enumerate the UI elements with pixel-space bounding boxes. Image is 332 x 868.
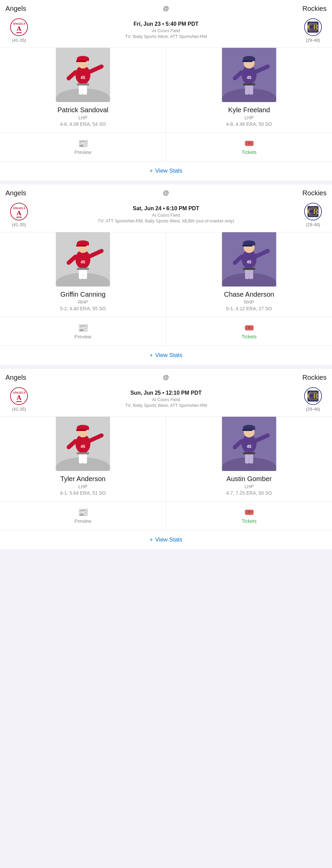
away-pitcher-stats-3: 4-1, 5.64 ERA, 51 SO bbox=[60, 490, 106, 496]
home-pitcher-pos-3: LHP bbox=[245, 484, 254, 489]
svg-text:A: A bbox=[17, 209, 22, 217]
away-pitcher-photo-1: 45 bbox=[0, 48, 166, 102]
home-team-name-3: Rockies bbox=[173, 374, 327, 381]
game-details-3: Sun, Jun 25 • 12:10 PM PDT At Coors Fiel… bbox=[33, 390, 299, 409]
away-team-name-2: Angels bbox=[5, 189, 159, 197]
svg-text:A: A bbox=[17, 394, 22, 401]
svg-rect-63 bbox=[249, 269, 253, 279]
view-stats-label-3: View Stats bbox=[155, 536, 182, 543]
game-time-3: Sun, Jun 25 • 12:10 PM PDT bbox=[35, 390, 297, 396]
away-pitcher-photo-2: 45 bbox=[0, 232, 166, 287]
away-pitcher-pos-2: RHP bbox=[78, 299, 88, 305]
angels-logo-3: ANGELS A bbox=[10, 387, 28, 405]
preview-label-2: Preview bbox=[75, 334, 92, 339]
view-stats-label-2: View Stats bbox=[155, 352, 182, 358]
tickets-icon-1: 🎟️ bbox=[244, 139, 254, 148]
tickets-button-1[interactable]: 🎟️ Tickets bbox=[166, 133, 332, 161]
game-card-3: Angels @ Rockies ANGELS A (41-35) Sun, J… bbox=[0, 369, 332, 549]
away-team-side-1: ANGELS A (41-35) bbox=[5, 18, 33, 43]
view-stats-button-1[interactable]: + View Stats bbox=[150, 167, 182, 174]
home-pitcher-photo-2: 45 bbox=[166, 232, 332, 287]
game-time-2: Sat, Jun 24 • 6:10 PM PDT bbox=[35, 205, 297, 212]
svg-rect-50 bbox=[83, 269, 87, 279]
away-team-name-3: Angels bbox=[5, 374, 159, 381]
home-pitcher-photo-1: 45 bbox=[166, 48, 332, 102]
preview-button-3[interactable]: 📰 Preview bbox=[0, 501, 166, 530]
home-team-side-3: CR (29-48) bbox=[299, 387, 327, 412]
svg-rect-18 bbox=[77, 83, 89, 85]
svg-rect-83 bbox=[83, 453, 87, 463]
action-row-2: 📰 Preview 🎟️ Tickets bbox=[0, 317, 332, 346]
svg-rect-51 bbox=[77, 268, 89, 270]
svg-text:CR: CR bbox=[307, 207, 319, 216]
tickets-icon-3: 🎟️ bbox=[244, 508, 254, 517]
team-info-row-1: ANGELS A (41-35) Fri, Jun 23 • 5:40 PM P… bbox=[0, 16, 332, 47]
game-details-2: Sat, Jun 24 • 6:10 PM PDT At Coors Field… bbox=[33, 205, 299, 224]
tickets-label-1: Tickets bbox=[242, 150, 257, 155]
away-pitcher-card-3: 45 Tyler Anderson LHP 4-1, 5.64 ERA, 51 … bbox=[0, 417, 166, 501]
svg-rect-84 bbox=[77, 452, 89, 454]
svg-rect-16 bbox=[79, 84, 83, 95]
tickets-button-2[interactable]: 🎟️ Tickets bbox=[166, 317, 332, 346]
away-pitcher-stats-1: 4-6, 4.08 ERA, 54 SO bbox=[60, 121, 106, 127]
home-pitcher-photo-3: 45 bbox=[166, 417, 332, 471]
home-pitcher-name-2: Chase Anderson bbox=[224, 291, 274, 298]
game-header-2: Angels @ Rockies bbox=[0, 184, 332, 200]
home-pitcher-card-1: 45 Kyle Freeland LHP 4-8, 4.48 ERA, 50 S… bbox=[166, 48, 332, 132]
away-team-record-1: (41-35) bbox=[12, 38, 26, 43]
svg-rect-26 bbox=[242, 60, 253, 62]
svg-rect-29 bbox=[245, 84, 249, 95]
svg-rect-31 bbox=[243, 83, 255, 85]
away-pitcher-card-1: 45 Patrick Sandoval LHP 4-6, 4.08 ERA, 5… bbox=[0, 48, 166, 132]
game-tv-3: TV: Bally Sports West, ATT SportsNet-RM bbox=[35, 403, 297, 409]
game-card-1: Angels @ Rockies ANGELS A (41-35) Fri, J… bbox=[0, 0, 332, 180]
away-team-name-1: Angels bbox=[5, 5, 159, 13]
away-team-side-2: ANGELS A (41-35) bbox=[5, 202, 33, 227]
away-team-record-3: (41-35) bbox=[12, 407, 26, 412]
svg-rect-79 bbox=[76, 429, 86, 431]
game-header-1: Angels @ Rockies bbox=[0, 0, 332, 16]
svg-text:45: 45 bbox=[81, 75, 85, 80]
away-pitcher-card-2: 45 Griffin Canning RHP 5-2, 4.40 ERA, 55… bbox=[0, 232, 166, 317]
tickets-button-3[interactable]: 🎟️ Tickets bbox=[166, 501, 332, 530]
svg-text:45: 45 bbox=[81, 444, 85, 449]
game-tv-1: TV: Bally Sports West, ATT SportsNet-RM bbox=[35, 34, 297, 40]
preview-label-1: Preview bbox=[75, 150, 92, 155]
svg-text:A: A bbox=[17, 25, 22, 32]
home-pitcher-name-3: Austin Gomber bbox=[227, 475, 272, 483]
away-pitcher-photo-3: 45 bbox=[0, 417, 166, 471]
plus-icon-1: + bbox=[150, 167, 153, 174]
preview-icon-1: 📰 bbox=[78, 139, 88, 148]
angels-logo-1: ANGELS A bbox=[10, 18, 28, 36]
view-stats-button-2[interactable]: + View Stats bbox=[150, 352, 182, 359]
preview-button-2[interactable]: 📰 Preview bbox=[0, 317, 166, 346]
at-symbol-3: @ bbox=[159, 374, 173, 381]
rockies-logo-1: CR bbox=[304, 18, 322, 36]
game-card-2: Angels @ Rockies ANGELS A (41-35) Sat, J… bbox=[0, 184, 332, 365]
home-team-name-1: Rockies bbox=[173, 5, 327, 13]
tickets-label-3: Tickets bbox=[242, 518, 257, 524]
svg-rect-92 bbox=[242, 429, 253, 431]
view-stats-label-1: View Stats bbox=[155, 167, 182, 174]
game-details-1: Fri, Jun 23 • 5:40 PM PDT At Coors Field… bbox=[33, 21, 299, 40]
view-stats-row-2: + View Stats bbox=[0, 346, 332, 365]
svg-rect-95 bbox=[245, 453, 249, 463]
preview-button-1[interactable]: 📰 Preview bbox=[0, 133, 166, 161]
game-venue-2: At Coors Field bbox=[35, 213, 297, 218]
svg-rect-64 bbox=[243, 268, 255, 270]
game-time-1: Fri, Jun 23 • 5:40 PM PDT bbox=[35, 21, 297, 27]
view-stats-button-3[interactable]: + View Stats bbox=[150, 536, 182, 543]
game-venue-3: At Coors Field bbox=[35, 397, 297, 402]
angels-logo-2: ANGELS A bbox=[10, 202, 28, 221]
svg-text:CR: CR bbox=[307, 22, 319, 31]
away-team-record-2: (41-35) bbox=[12, 222, 26, 227]
tickets-label-2: Tickets bbox=[242, 334, 257, 339]
svg-text:45: 45 bbox=[247, 260, 252, 264]
rockies-logo-3: CR bbox=[304, 387, 322, 405]
home-team-name-2: Rockies bbox=[173, 189, 327, 197]
at-symbol-2: @ bbox=[159, 190, 173, 197]
svg-rect-62 bbox=[245, 269, 249, 279]
preview-icon-3: 📰 bbox=[78, 508, 88, 517]
home-team-side-1: CR (29-48) bbox=[299, 18, 327, 43]
away-pitcher-name-2: Griffin Canning bbox=[60, 291, 105, 298]
